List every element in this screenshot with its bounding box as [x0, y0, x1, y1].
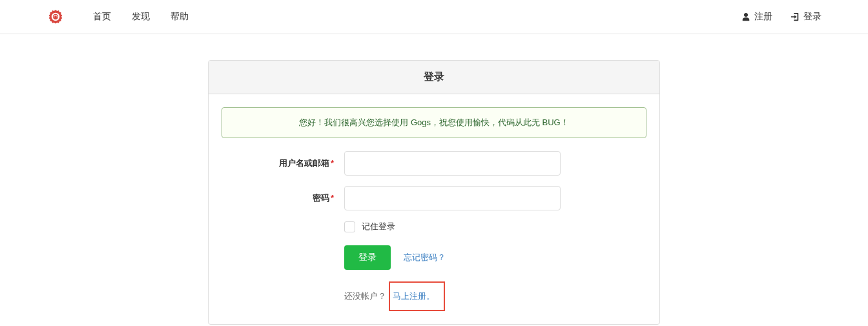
nav-register-label: 注册 — [754, 11, 772, 23]
username-label: 用户名或邮箱 — [222, 158, 344, 169]
top-nav: 首页 发现 帮助 注册 登录 — [0, 0, 868, 34]
nav-login[interactable]: 登录 — [790, 11, 822, 23]
remember-label: 记住登录 — [362, 221, 395, 232]
nav-home[interactable]: 首页 — [83, 11, 121, 23]
login-panel: 登录 您好！我们很高兴您选择使用 Gogs，祝您使用愉快，代码从此无 BUG！ … — [208, 60, 660, 325]
gogs-logo-icon — [47, 8, 64, 25]
nav-explore[interactable]: 发现 — [121, 11, 160, 23]
forgot-password-link[interactable]: 忘记密码？ — [404, 252, 446, 263]
highlight-annotation: 马上注册。 — [389, 281, 445, 311]
panel-title: 登录 — [222, 70, 646, 84]
nav-login-label: 登录 — [803, 11, 822, 23]
remember-checkbox[interactable] — [344, 221, 355, 232]
username-input[interactable] — [344, 151, 561, 176]
password-label: 密码 — [222, 192, 344, 204]
signin-icon — [790, 12, 800, 21]
user-icon — [741, 12, 750, 21]
welcome-message: 您好！我们很高兴您选择使用 Gogs，祝您使用愉快，代码从此无 BUG！ — [222, 107, 646, 138]
nav-register[interactable]: 注册 — [741, 11, 772, 23]
password-input[interactable] — [344, 186, 561, 210]
login-button[interactable]: 登录 — [344, 245, 391, 270]
signup-link[interactable]: 马上注册。 — [393, 291, 435, 301]
logo[interactable] — [46, 8, 65, 26]
no-account-text: 还没帐户？ — [344, 290, 386, 302]
panel-header: 登录 — [209, 61, 659, 94]
nav-help[interactable]: 帮助 — [160, 11, 199, 23]
